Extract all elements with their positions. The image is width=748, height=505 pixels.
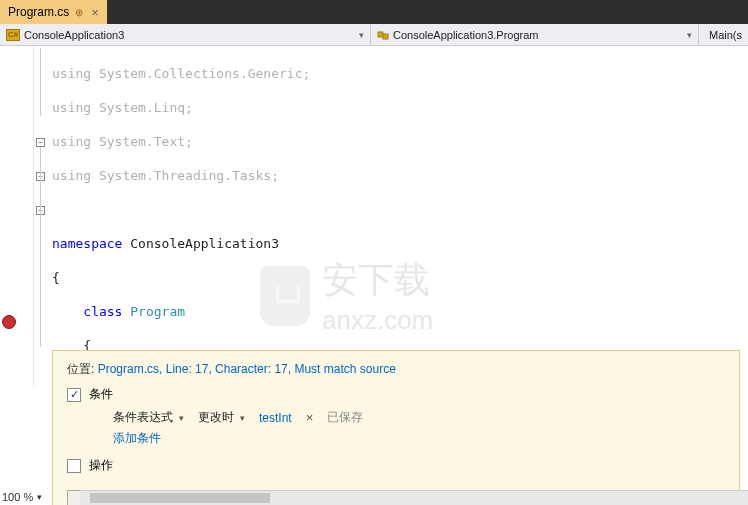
close-icon[interactable]: × bbox=[91, 5, 99, 20]
breakpoint-glyph[interactable] bbox=[2, 315, 16, 329]
outline-column: − − − bbox=[34, 46, 52, 386]
navigation-bar: C# ConsoleApplication3 ▾ ConsoleApplicat… bbox=[0, 24, 748, 46]
code-kw: using bbox=[52, 66, 91, 81]
condition-row: ✓ 条件 bbox=[67, 386, 725, 403]
chevron-down-icon: ▾ bbox=[679, 30, 692, 40]
location-label: 位置: bbox=[67, 362, 94, 376]
csharp-icon: C# bbox=[6, 29, 20, 41]
condition-checkbox[interactable]: ✓ bbox=[67, 388, 81, 402]
chevron-down-icon: ▾ bbox=[240, 413, 245, 423]
horizontal-scrollbar[interactable] bbox=[80, 490, 748, 505]
remove-condition-icon[interactable]: × bbox=[306, 410, 314, 425]
chevron-down-icon: ▾ bbox=[351, 30, 364, 40]
scope-method-label: Main(s bbox=[709, 29, 742, 41]
breakpoint-location: 位置: Program.cs, Line: 17, Character: 17,… bbox=[67, 361, 725, 378]
outline-line bbox=[40, 48, 41, 116]
code-kw: using bbox=[52, 168, 91, 183]
method-icon bbox=[702, 32, 708, 38]
add-condition-link[interactable]: 添加条件 bbox=[113, 430, 161, 447]
code-text: System.Threading.Tasks; bbox=[91, 168, 279, 183]
code-text: { bbox=[52, 269, 748, 286]
scope-namespace-label: ConsoleApplication3 bbox=[24, 29, 124, 41]
saved-label: 已保存 bbox=[327, 409, 363, 426]
zoom-value: 100 % bbox=[2, 491, 33, 503]
code-text: ConsoleApplication3 bbox=[122, 236, 279, 251]
code-kw: namespace bbox=[52, 236, 122, 251]
file-tab[interactable]: Program.cs ⊕ × bbox=[0, 0, 107, 24]
add-condition-row: 添加条件 bbox=[113, 430, 725, 447]
code-kw: class bbox=[52, 304, 122, 319]
code-text: System.Collections.Generic; bbox=[91, 66, 310, 81]
scrollbar-thumb[interactable] bbox=[90, 493, 270, 503]
svg-rect-0 bbox=[378, 32, 383, 37]
outline-line bbox=[40, 147, 41, 347]
code-editor[interactable]: − − − using System.Collections.Generic; … bbox=[0, 46, 748, 386]
zoom-dropdown[interactable]: 100 % ▾ bbox=[2, 491, 42, 503]
tab-bar: Program.cs ⊕ × bbox=[0, 0, 748, 24]
chevron-down-icon: ▾ bbox=[179, 413, 184, 423]
svg-rect-1 bbox=[383, 34, 388, 39]
tab-filename: Program.cs bbox=[8, 5, 69, 19]
scope-dropdown-class[interactable]: ConsoleApplication3.Program ▾ bbox=[371, 24, 698, 45]
chevron-down-icon: ▾ bbox=[37, 492, 42, 502]
location-value: Program.cs, Line: 17, Character: 17, Mus… bbox=[98, 362, 396, 376]
condition-variable: testInt bbox=[259, 411, 292, 425]
fold-toggle[interactable]: − bbox=[36, 138, 45, 147]
code-area[interactable]: using System.Collections.Generic; using … bbox=[52, 46, 748, 386]
action-label: 操作 bbox=[89, 457, 113, 474]
condition-type-dropdown[interactable]: 条件表达式 ▾ bbox=[113, 409, 184, 426]
breakpoint-settings-panel: 位置: Program.cs, Line: 17, Character: 17,… bbox=[52, 350, 740, 505]
scope-class-label: ConsoleApplication3.Program bbox=[393, 29, 539, 41]
dropdown-label: 更改时 bbox=[198, 409, 234, 426]
code-kw: using bbox=[52, 134, 91, 149]
scope-dropdown-method[interactable]: Main(s bbox=[698, 24, 748, 45]
code-class: Program bbox=[122, 304, 185, 319]
scope-dropdown-namespace[interactable]: C# ConsoleApplication3 ▾ bbox=[0, 24, 370, 45]
code-kw: using bbox=[52, 100, 91, 115]
action-checkbox[interactable] bbox=[67, 459, 81, 473]
pin-icon[interactable]: ⊕ bbox=[75, 7, 83, 18]
code-text: System.Linq; bbox=[91, 100, 193, 115]
condition-when-dropdown[interactable]: 更改时 ▾ bbox=[198, 409, 245, 426]
gutter bbox=[0, 46, 34, 386]
condition-details: 条件表达式 ▾ 更改时 ▾ testInt × 已保存 bbox=[113, 409, 725, 426]
condition-label: 条件 bbox=[89, 386, 113, 403]
action-row: 操作 bbox=[67, 457, 725, 474]
class-icon bbox=[377, 29, 389, 41]
dropdown-label: 条件表达式 bbox=[113, 409, 173, 426]
code-text: System.Text; bbox=[91, 134, 193, 149]
